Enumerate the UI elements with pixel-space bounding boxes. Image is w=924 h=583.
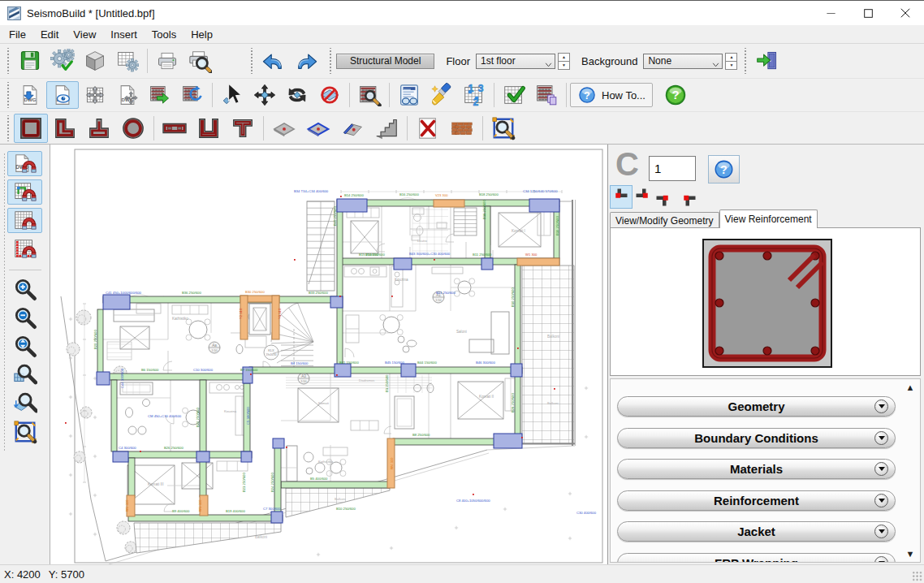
floor-spinner[interactable]: ▲▼ xyxy=(558,53,570,70)
spin-up-icon[interactable]: ▲ xyxy=(558,53,570,61)
accordion-geometry[interactable]: Geometry xyxy=(617,396,896,417)
check-model-button[interactable] xyxy=(498,81,530,109)
move-tool-button[interactable] xyxy=(248,81,281,109)
background-spinner[interactable]: ▲▼ xyxy=(725,53,737,70)
undo-button[interactable] xyxy=(257,47,290,75)
member-help-button[interactable]: ? xyxy=(708,155,740,184)
zoom-window-button[interactable] xyxy=(7,362,42,387)
scroll-down-icon[interactable]: ▼ xyxy=(906,547,915,560)
menu-insert[interactable]: Insert xyxy=(103,27,145,42)
slab-button[interactable] xyxy=(267,114,301,143)
howto-button[interactable]: ?How To... xyxy=(570,83,653,107)
spin-down-icon[interactable]: ▼ xyxy=(725,61,737,70)
building-overview-button[interactable] xyxy=(353,81,386,109)
insertion-corner-bl-button[interactable] xyxy=(610,185,633,209)
move-dwg-button[interactable]: DWG xyxy=(111,81,144,109)
snap-grid-toggle[interactable] xyxy=(7,208,42,233)
circular-column-button[interactable] xyxy=(116,114,150,143)
menu-view[interactable]: View xyxy=(66,27,103,42)
member-id-input[interactable] xyxy=(649,156,696,181)
zoom-dynamic-button[interactable] xyxy=(7,391,42,416)
expand-arrow-icon[interactable] xyxy=(874,399,888,413)
accordion-materials[interactable]: Materials xyxy=(617,459,896,479)
T-beam-button[interactable] xyxy=(226,114,260,143)
T-column-button[interactable] xyxy=(82,114,116,143)
project-settings-button[interactable] xyxy=(46,47,79,75)
snap-dwg-toggle[interactable]: DWG xyxy=(7,151,42,176)
expand-arrow-icon[interactable] xyxy=(874,494,888,507)
select-tool-button[interactable] xyxy=(216,81,248,109)
view-dwg-button[interactable]: DWG xyxy=(46,81,79,109)
accordion-scrollbar[interactable]: ▲ ▼ xyxy=(902,381,918,560)
menu-file[interactable]: File xyxy=(2,27,33,42)
copy-floor-button[interactable] xyxy=(144,81,176,109)
insertion-corner-tr-button[interactable] xyxy=(651,185,674,209)
insertion-corner-tl-button[interactable] xyxy=(678,185,701,209)
structural-model-button[interactable]: Structural Model xyxy=(336,54,434,69)
resize-grip[interactable] xyxy=(912,571,922,581)
rect-column-button[interactable] xyxy=(14,114,48,143)
floor-select[interactable]: 1st floor xyxy=(476,54,555,69)
delete-tool-button[interactable] xyxy=(313,81,346,109)
expand-arrow-icon[interactable] xyxy=(874,431,888,445)
print-preview-button[interactable] xyxy=(184,47,216,75)
infill-wall-button[interactable] xyxy=(445,114,479,143)
code-requirements-button[interactable] xyxy=(111,47,144,75)
delete-member-button[interactable] xyxy=(411,114,445,143)
L-column-button[interactable] xyxy=(48,114,82,143)
scroll-up-icon[interactable]: ▲ xyxy=(906,381,915,394)
U-wall-button[interactable] xyxy=(192,114,226,143)
stairs-button[interactable] xyxy=(369,114,404,143)
maximize-button[interactable] xyxy=(849,2,887,25)
accordion-boundary-conditions[interactable]: Boundary Conditions xyxy=(617,428,896,448)
spin-up-icon[interactable]: ▲ xyxy=(725,53,737,61)
plan-label: C5 300/600 xyxy=(246,407,250,425)
print-button[interactable] xyxy=(151,47,184,75)
tab-view-modify-geometry[interactable]: View/Modify Geometry xyxy=(610,212,719,228)
member-info-button[interactable] xyxy=(393,81,425,109)
format-painter-button[interactable] xyxy=(425,81,458,109)
accordion-frp-wrapping[interactable]: FRP Wrapping xyxy=(617,553,896,563)
save-button[interactable] xyxy=(14,47,46,75)
renumber-button[interactable]: 132 xyxy=(458,81,490,109)
expand-arrow-icon[interactable] xyxy=(874,462,888,476)
plan-label: B20 250/600 xyxy=(93,330,97,349)
tab-view-reinforcement[interactable]: View Reinforcement xyxy=(719,209,818,228)
menu-edit[interactable]: Edit xyxy=(33,27,66,42)
help-button[interactable]: ? xyxy=(659,81,692,109)
drawing-canvas[interactable]: A11:50 Aa1:50 KLX19x16/30 A31:50 xyxy=(50,145,607,564)
snap-points-toggle[interactable] xyxy=(7,236,42,261)
zoom-extents-button[interactable] xyxy=(7,334,42,359)
view-3d-button[interactable] xyxy=(79,47,111,75)
menu-help[interactable]: Help xyxy=(184,27,220,42)
copy-building-button[interactable] xyxy=(530,81,563,109)
slab-edge-button[interactable] xyxy=(301,114,335,143)
rotate-floor-button[interactable] xyxy=(176,81,209,109)
inclined-slab-button[interactable] xyxy=(335,114,369,143)
exit-button[interactable] xyxy=(751,47,784,75)
background-select[interactable]: None xyxy=(643,54,723,69)
accordion-reinforcement[interactable]: Reinforcement xyxy=(617,490,896,511)
zoom-out-button[interactable] xyxy=(7,305,42,330)
floor-plan-canvas[interactable]: A11:50 Aa1:50 KLX19x16/30 A31:50 xyxy=(50,145,607,566)
minimize-button[interactable] xyxy=(812,2,849,25)
menu-tools[interactable]: Tools xyxy=(145,27,184,42)
move-grid-button[interactable] xyxy=(79,81,111,109)
expand-arrow-icon[interactable] xyxy=(874,556,888,563)
plan-label: B44 150/600 xyxy=(417,361,437,365)
accordion-jacket[interactable]: Jacket xyxy=(617,521,896,542)
insertion-corner-br-button[interactable] xyxy=(631,185,654,209)
rotate-tool-button[interactable] xyxy=(281,81,313,109)
close-button[interactable] xyxy=(887,2,924,25)
wall-button[interactable] xyxy=(158,114,192,143)
zoom-selection-button[interactable] xyxy=(486,114,520,143)
import-dwg-button[interactable]: DWG xyxy=(14,81,46,109)
title-bar[interactable]: SeismoBuild * [Untitled.bpf] xyxy=(0,1,924,25)
zoom-selection-button[interactable] xyxy=(7,419,42,444)
spin-down-icon[interactable]: ▼ xyxy=(558,61,570,70)
snap-members-toggle[interactable] xyxy=(7,179,42,205)
expand-arrow-icon[interactable] xyxy=(874,525,888,538)
zoom-in-button[interactable] xyxy=(7,277,42,302)
redo-button[interactable] xyxy=(290,47,322,75)
plan-label: Kouzina xyxy=(395,278,408,282)
